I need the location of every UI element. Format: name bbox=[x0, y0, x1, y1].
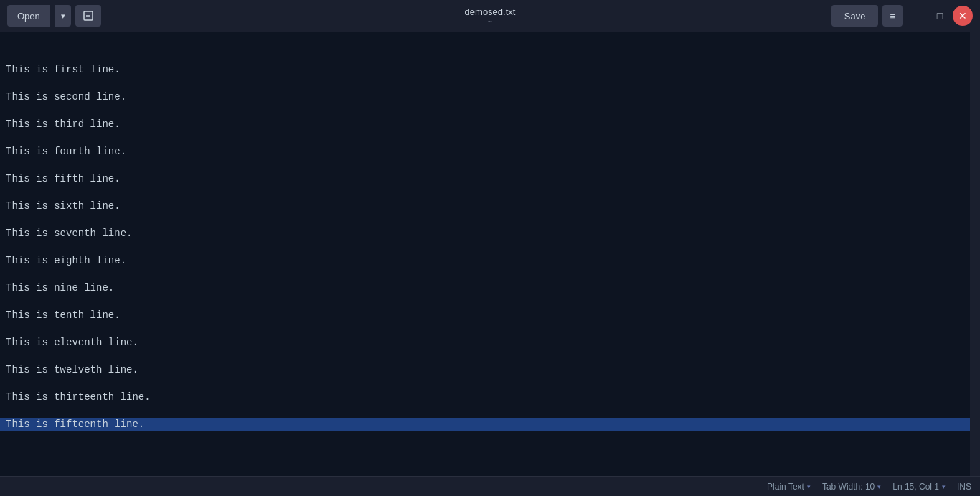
status-bar: Plain Text ▾ Tab Width: 10 ▾ Ln 15, Col … bbox=[0, 476, 980, 496]
window-controls: — □ ✕ bbox=[907, 6, 973, 26]
line-col-label: Ln 15, Col 1 bbox=[892, 482, 939, 492]
editor-area[interactable]: This is first line. This is second line.… bbox=[0, 32, 970, 476]
close-button[interactable]: ✕ bbox=[953, 6, 973, 26]
window-subtitle: ~ bbox=[465, 17, 516, 26]
window-title: demosed.txt bbox=[465, 6, 516, 17]
title-bar-right: Save ≡ — □ ✕ bbox=[831, 5, 973, 27]
tab-width-label: Tab Width: 10 bbox=[822, 482, 875, 492]
title-bar-left: Open ▾ bbox=[7, 5, 101, 27]
editor-container: This is first line. This is second line.… bbox=[0, 32, 980, 476]
save-button[interactable]: Save bbox=[831, 5, 879, 27]
plain-text-selector[interactable]: Plain Text ▾ bbox=[767, 482, 811, 492]
minimize-button[interactable]: — bbox=[907, 6, 927, 26]
plain-text-chevron: ▾ bbox=[807, 483, 811, 490]
plain-text-label: Plain Text bbox=[767, 482, 804, 492]
pin-button[interactable] bbox=[75, 5, 101, 27]
maximize-button[interactable]: □ bbox=[930, 6, 950, 26]
tab-width-selector[interactable]: Tab Width: 10 ▾ bbox=[822, 482, 881, 492]
title-bar: Open ▾ demosed.txt ~ Save ≡ — □ ✕ bbox=[0, 0, 980, 32]
scrollbar-track[interactable] bbox=[970, 32, 980, 476]
line-col-selector[interactable]: Ln 15, Col 1 ▾ bbox=[892, 482, 946, 492]
tab-width-chevron: ▾ bbox=[877, 483, 881, 490]
open-button[interactable]: Open bbox=[7, 5, 50, 27]
line-col-chevron: ▾ bbox=[942, 483, 946, 490]
open-dropdown-button[interactable]: ▾ bbox=[55, 5, 71, 27]
title-center: demosed.txt ~ bbox=[465, 6, 516, 26]
hamburger-button[interactable]: ≡ bbox=[882, 5, 903, 27]
ins-indicator: INS bbox=[957, 482, 971, 492]
